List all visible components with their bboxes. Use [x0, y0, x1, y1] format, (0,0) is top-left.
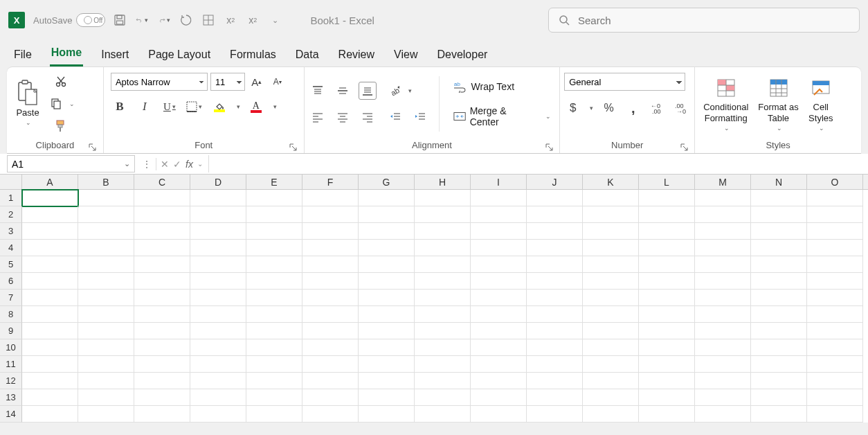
cell[interactable] — [695, 290, 751, 306]
cell[interactable] — [695, 323, 751, 339]
cell[interactable] — [471, 223, 527, 240]
cell[interactable] — [190, 373, 246, 389]
cell[interactable] — [134, 206, 190, 223]
cell[interactable] — [190, 223, 246, 240]
tab-review[interactable]: Review — [337, 44, 376, 66]
column-header[interactable]: N — [751, 175, 807, 189]
cell[interactable] — [751, 240, 807, 256]
cell[interactable] — [583, 223, 639, 240]
cell[interactable] — [751, 273, 807, 290]
cell[interactable] — [415, 306, 471, 323]
chevron-down-icon[interactable]: ▾ — [237, 103, 240, 110]
row-header[interactable]: 14 — [0, 406, 22, 423]
cell[interactable] — [246, 389, 302, 406]
cell[interactable] — [583, 306, 639, 323]
cell[interactable] — [695, 206, 751, 223]
percent-format-button[interactable]: % — [600, 99, 617, 117]
borders-button[interactable]: ▾ — [186, 98, 204, 116]
autosave-control[interactable]: AutoSave Off — [33, 13, 105, 27]
column-header[interactable]: B — [78, 175, 134, 189]
fx-icon[interactable]: fx — [186, 159, 193, 170]
cell[interactable] — [22, 273, 78, 290]
cell[interactable] — [527, 339, 583, 356]
cell[interactable] — [22, 323, 78, 339]
cell[interactable] — [246, 223, 302, 240]
column-header[interactable]: A — [22, 175, 78, 189]
column-header[interactable]: O — [807, 175, 863, 189]
cell[interactable] — [415, 240, 471, 256]
cell[interactable] — [134, 406, 190, 423]
cell[interactable] — [695, 306, 751, 323]
conditional-formatting-button[interactable]: Conditional Formatting⌄ — [699, 73, 752, 135]
cell[interactable] — [527, 190, 583, 206]
cell[interactable] — [78, 206, 134, 223]
cell[interactable] — [246, 356, 302, 373]
cell[interactable] — [751, 256, 807, 273]
cell[interactable] — [190, 406, 246, 423]
cell[interactable] — [695, 339, 751, 356]
dialog-launcher-icon[interactable] — [679, 142, 689, 152]
cell[interactable] — [527, 206, 583, 223]
increase-indent-button[interactable] — [411, 108, 429, 126]
italic-button[interactable]: I — [136, 98, 154, 116]
cell[interactable] — [527, 290, 583, 306]
cell[interactable] — [751, 206, 807, 223]
row-header[interactable]: 11 — [0, 356, 22, 373]
font-color-button[interactable]: A — [247, 98, 265, 116]
cell[interactable] — [471, 323, 527, 339]
cell[interactable] — [807, 190, 863, 206]
cell[interactable] — [807, 240, 863, 256]
cell[interactable] — [359, 256, 415, 273]
cell[interactable] — [695, 356, 751, 373]
cell[interactable] — [807, 389, 863, 406]
tab-page-layout[interactable]: Page Layout — [147, 44, 212, 66]
cell[interactable] — [807, 323, 863, 339]
row-header[interactable]: 3 — [0, 223, 22, 240]
accounting-format-button[interactable]: $ — [564, 99, 581, 117]
row-header[interactable]: 7 — [0, 290, 22, 306]
cell[interactable] — [302, 406, 359, 423]
cell[interactable] — [583, 373, 639, 389]
cell[interactable] — [302, 240, 359, 256]
cell[interactable] — [751, 190, 807, 206]
cell[interactable] — [134, 223, 190, 240]
align-top-button[interactable] — [309, 82, 327, 100]
chevron-down-icon[interactable]: ⌄ — [124, 159, 130, 168]
cell[interactable] — [807, 206, 863, 223]
increase-font-button[interactable]: A▴ — [248, 73, 266, 91]
cell[interactable] — [415, 323, 471, 339]
select-all-corner[interactable] — [0, 175, 22, 189]
column-header[interactable]: M — [695, 175, 751, 189]
cell[interactable] — [246, 406, 302, 423]
cell[interactable] — [190, 190, 246, 206]
cell[interactable] — [190, 256, 246, 273]
cell[interactable] — [22, 339, 78, 356]
cell[interactable] — [639, 389, 695, 406]
cut-button[interactable] — [52, 73, 70, 91]
save-icon[interactable] — [114, 14, 126, 26]
cell[interactable] — [471, 290, 527, 306]
row-header[interactable]: 8 — [0, 306, 22, 323]
cell[interactable] — [359, 206, 415, 223]
column-header[interactable]: G — [359, 175, 415, 189]
cell[interactable] — [359, 223, 415, 240]
cell[interactable] — [78, 190, 134, 206]
cell[interactable] — [471, 339, 527, 356]
cell[interactable] — [78, 373, 134, 389]
cell[interactable] — [527, 406, 583, 423]
cell[interactable] — [302, 256, 359, 273]
row-header[interactable]: 6 — [0, 273, 22, 290]
row-header[interactable]: 9 — [0, 323, 22, 339]
cell[interactable] — [22, 206, 78, 223]
cell[interactable] — [78, 256, 134, 273]
fill-color-button[interactable] — [210, 98, 228, 116]
column-header[interactable]: C — [134, 175, 190, 189]
column-header[interactable]: I — [471, 175, 527, 189]
increase-decimal-button[interactable]: ←0.00 — [649, 99, 666, 117]
cell[interactable] — [359, 373, 415, 389]
tab-view[interactable]: View — [392, 44, 419, 66]
formula-input[interactable] — [209, 154, 868, 174]
tab-file[interactable]: File — [12, 44, 33, 66]
cell[interactable] — [527, 323, 583, 339]
row-header[interactable]: 1 — [0, 190, 22, 206]
